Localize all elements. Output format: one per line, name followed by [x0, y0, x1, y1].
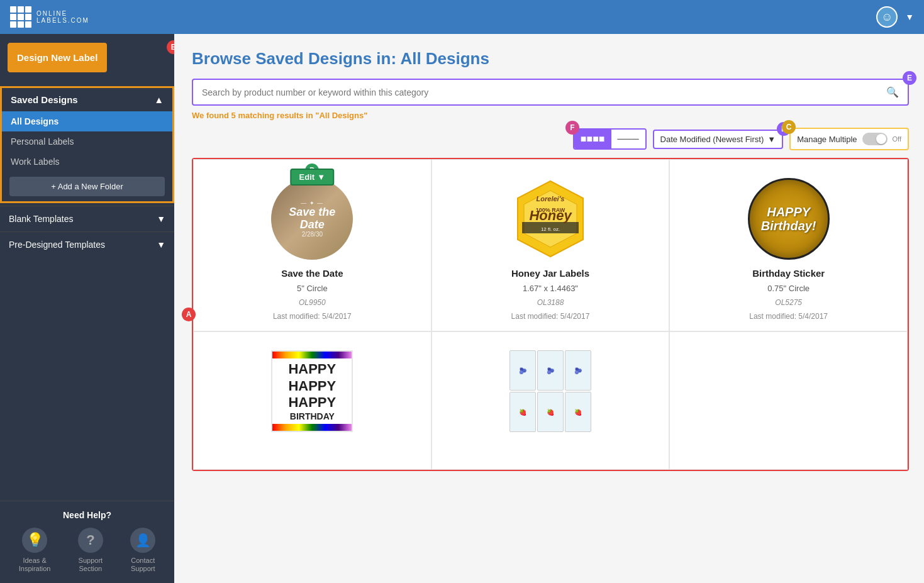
view-toggle: ■■■■ ───	[573, 128, 647, 150]
page-title: Browse Saved Designs in: All Designs	[192, 49, 909, 69]
user-menu-chevron-icon[interactable]: ▼	[905, 12, 914, 22]
sidebar-item-personal-labels[interactable]: Personal Labels	[2, 131, 172, 152]
contact-icon: 👤	[130, 528, 155, 553]
design-card: HAPPYHAPPYHAPPY BIRTHDAY	[193, 331, 431, 470]
svg-text:Lorelei's: Lorelei's	[537, 195, 565, 203]
sidebar-nav: All Designs Personal Labels Work Labels	[2, 111, 172, 172]
badge-a: A	[182, 308, 196, 321]
need-help-title: Need Help?	[0, 510, 174, 520]
blank-templates-section[interactable]: Blank Templates ▼	[0, 206, 174, 231]
manage-multiple: Manage Multiple Off	[789, 128, 909, 150]
honey-hex: Lorelei's 100% RAW Honey 12 fl. oz.	[516, 179, 585, 258]
saved-designs-label: Saved Designs	[11, 94, 78, 105]
edit-dropdown-icon: ▼	[317, 172, 325, 182]
blank-templates-label: Blank Templates	[9, 214, 73, 224]
sticker-item: 🍓	[509, 392, 536, 432]
sticker-item: 🫐	[565, 350, 591, 391]
blank-templates-chevron-icon: ▼	[157, 214, 165, 224]
search-input[interactable]	[193, 81, 877, 104]
design-card: 🫐 🫐 🫐 🍓 🍓 🍓	[431, 331, 670, 470]
design-size: 1.67" x 1.4463"	[523, 284, 578, 293]
rainbow-bar-bottom	[272, 424, 352, 431]
app-header: ONLINE LABELS.COM ☺ ▼	[0, 0, 924, 34]
sticker-item: 🫐	[509, 350, 536, 391]
birthday-circle: HAPPYBirthday!	[748, 178, 830, 260]
toggle-off-label: Off	[893, 135, 901, 143]
honey-jar-image: Lorelei's 100% RAW Honey 12 fl. oz.	[506, 175, 594, 263]
search-bar: 🔍	[192, 79, 909, 106]
header-right: ☺ ▼	[876, 6, 914, 28]
design-size: 0.75" Circle	[767, 284, 810, 293]
design-sku: OL3188	[537, 298, 564, 307]
design-sku: OL9950	[299, 298, 326, 307]
sticker-item: 🍓	[537, 392, 564, 432]
support-icon: ?	[78, 528, 103, 553]
sticker-item: 🫐	[537, 350, 564, 391]
design-sku: OL5275	[775, 298, 802, 307]
design-size: 5" Circle	[297, 284, 328, 293]
design-date: Last modified: 5/4/2017	[511, 312, 590, 321]
help-icons: 💡 Ideas &Inspiration ? SupportSection 👤 …	[0, 528, 174, 583]
main-content: Browse Saved Designs in: All Designs 🔍 E…	[174, 34, 924, 583]
design-new-label-button[interactable]: Design New Label	[8, 43, 107, 72]
design-card: HAPPYBirthday! Birthday Sticker 0.75" Ci…	[669, 159, 908, 331]
logo-domain: LABELS.COM	[36, 17, 89, 24]
happy-birthday-card: HAPPYHAPPYHAPPY BIRTHDAY	[271, 350, 353, 432]
ideas-label: Ideas &Inspiration	[19, 557, 51, 573]
fruit-stickers: 🫐 🫐 🫐 🍓 🍓 🍓	[509, 350, 591, 432]
sidebar-item-work-labels[interactable]: Work Labels	[2, 152, 172, 172]
designs-grid-wrap: Edit ▼ D — ✦ — Save theDate 2/28/30	[192, 158, 909, 471]
sticker-item: 🍓	[565, 392, 591, 432]
badge-b: B	[167, 40, 174, 54]
edit-button[interactable]: Edit ▼	[291, 169, 334, 186]
birthday-sticker-image: HAPPYBirthday!	[745, 175, 833, 263]
list-view-button[interactable]: ───	[611, 130, 645, 148]
svg-text:Honey: Honey	[529, 208, 572, 223]
toolbar: F ■■■■ ─── E Date Modified (Newest First…	[192, 128, 909, 150]
svg-text:12 fl. oz.: 12 fl. oz.	[541, 226, 560, 232]
save-date-image: — ✦ — Save theDate 2/28/30	[268, 175, 356, 263]
view-toggle-wrap: F ■■■■ ───	[573, 128, 647, 150]
ideas-icon: 💡	[22, 528, 47, 553]
pre-designed-templates-section[interactable]: Pre-Designed Templates ▼	[0, 231, 174, 257]
user-avatar-icon[interactable]: ☺	[876, 6, 898, 28]
design-card-empty	[669, 331, 908, 470]
sort-chevron-icon: ▼	[767, 135, 776, 144]
need-help-section: Need Help? 💡 Ideas &Inspiration ? Suppor…	[0, 501, 174, 583]
sidebar: Design New Label B Saved Designs ▲ All D…	[0, 34, 174, 583]
saved-designs-header[interactable]: Saved Designs ▲	[2, 88, 172, 111]
help-contact-item[interactable]: 👤 ContactSupport	[130, 528, 155, 573]
sort-wrap: E Date Modified (Newest First) ▼	[653, 130, 784, 149]
sidebar-item-all-designs[interactable]: All Designs	[2, 111, 172, 131]
logo[interactable]: ONLINE LABELS.COM	[10, 6, 89, 28]
grid-view-button[interactable]: ■■■■	[574, 130, 611, 148]
manage-multiple-label: Manage Multiple	[797, 135, 857, 144]
body-wrap: Design New Label B Saved Designs ▲ All D…	[0, 34, 924, 583]
add-folder-button[interactable]: + Add a New Folder	[9, 177, 165, 196]
designs-area: A Edit ▼ D	[192, 158, 909, 471]
design-card: Lorelei's 100% RAW Honey 12 fl. oz. Hone…	[431, 159, 670, 331]
rainbow-bar	[272, 352, 352, 358]
pre-designed-chevron-icon: ▼	[157, 240, 165, 250]
manage-multiple-wrap: C Manage Multiple Off	[789, 128, 909, 150]
badge-f: F	[565, 121, 579, 135]
design-title: Honey Jar Labels	[511, 268, 589, 279]
designs-grid: Edit ▼ D — ✦ — Save theDate 2/28/30	[193, 159, 908, 470]
contact-label: ContactSupport	[131, 557, 155, 573]
design-title: Save the Date	[281, 268, 343, 279]
results-text: We found 5 matching results in "All Desi…	[192, 111, 909, 120]
design-date: Last modified: 5/4/2017	[273, 312, 352, 321]
help-support-item[interactable]: ? SupportSection	[78, 528, 103, 573]
design-title: Birthday Sticker	[752, 268, 825, 279]
pre-designed-templates-label: Pre-Designed Templates	[9, 240, 105, 250]
badge-c: C	[782, 120, 796, 134]
manage-multiple-toggle[interactable]	[862, 133, 888, 145]
logo-grid-icon	[10, 6, 31, 28]
design-card: Edit ▼ D — ✦ — Save theDate 2/28/30	[193, 159, 431, 331]
search-wrap: 🔍 E	[192, 79, 909, 106]
help-ideas-item[interactable]: 💡 Ideas &Inspiration	[19, 528, 51, 573]
happy-birthday-image: HAPPYHAPPYHAPPY BIRTHDAY	[268, 347, 356, 435]
save-date-circle: — ✦ — Save theDate 2/28/30	[271, 178, 353, 260]
sort-select[interactable]: Date Modified (Newest First) ▼	[653, 130, 784, 149]
search-icon[interactable]: 🔍	[877, 80, 908, 104]
